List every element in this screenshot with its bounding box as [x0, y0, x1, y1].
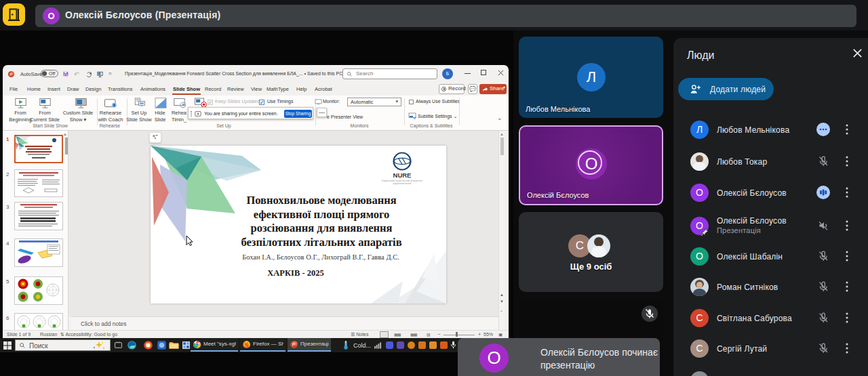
- svg-text:NURE: NURE: [393, 171, 412, 179]
- svg-text:P: P: [9, 72, 12, 77]
- svg-text:P: P: [292, 342, 296, 347]
- svg-text:радіоелектроніки: радіоелектроніки: [393, 182, 412, 185]
